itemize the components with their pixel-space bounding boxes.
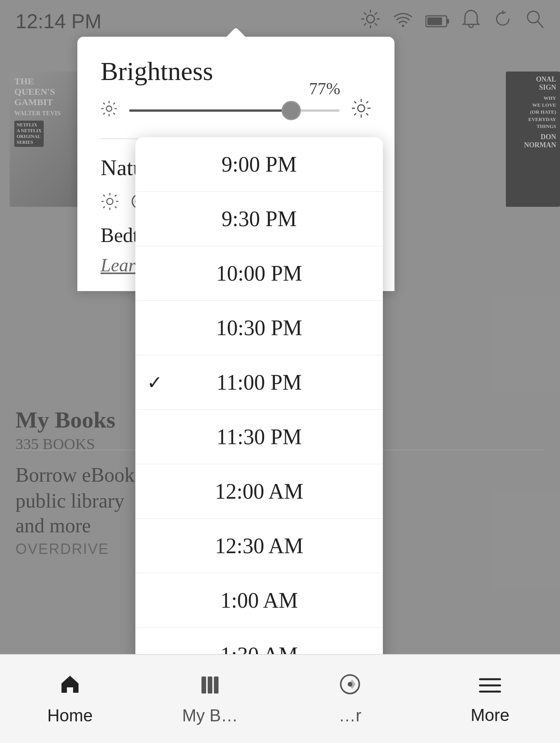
svg-point-33 (107, 198, 113, 204)
brightness-slider-row: 77% (101, 98, 371, 123)
time-1000pm-label: 10:00 PM (216, 261, 302, 285)
time-option-1200am[interactable]: 12:00 AM (135, 464, 383, 519)
svg-line-38 (103, 195, 105, 196)
nav-more[interactable]: More (420, 655, 560, 743)
time-100am-label: 1:00 AM (220, 588, 298, 612)
time-930pm-label: 9:30 PM (222, 207, 297, 231)
time-option-100am[interactable]: 1:00 AM (135, 573, 383, 628)
svg-line-32 (354, 113, 356, 115)
time-option-1000pm[interactable]: 10:00 PM (135, 246, 383, 301)
svg-line-22 (113, 103, 115, 104)
more-icon (478, 673, 502, 702)
sun-small-icon (101, 100, 118, 121)
time-option-1100pm[interactable]: ✓ 11:00 PM (135, 355, 383, 410)
time-picker[interactable]: 9:00 PM 9:30 PM 10:00 PM 10:30 PM ✓ 11:0… (135, 137, 383, 743)
home-icon (58, 673, 82, 702)
time-1200am-label: 12:00 AM (215, 479, 304, 503)
svg-line-29 (354, 101, 356, 103)
panel-caret (224, 28, 248, 37)
time-900pm-label: 9:00 PM (222, 152, 297, 176)
brightness-slider[interactable] (129, 109, 340, 112)
sun-large-icon (351, 98, 371, 123)
svg-rect-44 (201, 677, 206, 694)
warm-sun-icon (101, 192, 119, 212)
nav-more-label: More (471, 706, 509, 725)
svg-line-21 (113, 113, 115, 114)
svg-line-40 (115, 195, 116, 196)
nav-my-books[interactable]: My B… (140, 655, 280, 743)
time-option-900pm[interactable]: 9:00 PM (135, 137, 383, 192)
check-icon: ✓ (147, 372, 162, 393)
time-option-1130pm[interactable]: 11:30 PM (135, 410, 383, 464)
svg-line-30 (366, 113, 368, 115)
svg-line-31 (366, 101, 368, 103)
time-1100pm-label: 11:00 PM (217, 370, 302, 394)
svg-line-20 (103, 103, 105, 104)
nav-home[interactable]: Home (0, 655, 140, 743)
time-1130pm-label: 11:30 PM (217, 425, 302, 449)
time-option-1030pm[interactable]: 10:30 PM (135, 301, 383, 355)
nav-home-label: Home (47, 706, 92, 725)
bottom-nav: Home My B… …r Mor (0, 654, 560, 743)
svg-rect-46 (214, 677, 219, 694)
svg-line-39 (115, 206, 116, 208)
time-1030pm-label: 10:30 PM (216, 316, 302, 340)
nav-discover-label: …r (339, 706, 362, 725)
svg-line-41 (103, 206, 105, 208)
nav-discover[interactable]: …r (280, 655, 420, 743)
time-option-1230am[interactable]: 12:30 AM (135, 519, 383, 573)
brightness-percent: 77% (309, 79, 340, 99)
svg-rect-45 (208, 677, 212, 694)
svg-point-49 (348, 682, 352, 687)
time-1230am-label: 12:30 AM (215, 534, 304, 558)
svg-line-23 (103, 113, 105, 114)
time-option-930pm[interactable]: 9:30 PM (135, 192, 383, 246)
discover-icon (338, 673, 362, 702)
svg-point-24 (358, 105, 365, 112)
nav-mybooks-label: My B… (182, 706, 238, 725)
library-icon (198, 673, 222, 702)
svg-point-15 (106, 106, 112, 111)
